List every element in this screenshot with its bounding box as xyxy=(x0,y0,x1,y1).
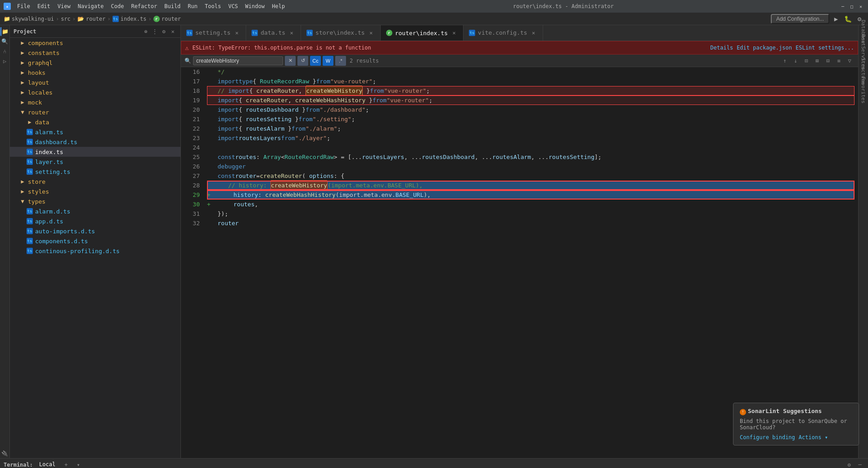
terminal-header: Terminal: Local + ▾ ⚙ ─ xyxy=(0,459,868,468)
folder-icon: ▶ xyxy=(19,188,26,195)
vcs-view-button[interactable]: ⑃ xyxy=(0,47,9,56)
menu-vcs[interactable]: VCS xyxy=(225,2,241,10)
breadcrumb-src[interactable]: src xyxy=(61,16,71,22)
edit-package-json-button[interactable]: Edit package.json xyxy=(737,45,792,51)
actions-button[interactable]: Actions ▾ xyxy=(799,434,828,441)
tree-item-hooks[interactable]: ▶ hooks xyxy=(10,68,180,77)
search-option1-button[interactable]: ⊞ xyxy=(812,56,822,66)
tree-settings-button[interactable]: ⚙ xyxy=(160,27,168,36)
breadcrumb-symbol[interactable]: r router xyxy=(153,16,181,22)
match-case-button[interactable]: Cc xyxy=(310,56,321,66)
tree-item-alarm-ts[interactable]: ts alarm.ts xyxy=(10,127,180,137)
terminal-dropdown[interactable]: ▾ xyxy=(74,461,82,468)
plugins-button[interactable]: 🔌 xyxy=(0,449,9,458)
tree-item-types[interactable]: ▼ types xyxy=(10,196,180,206)
configure-binding-button[interactable]: Configure binding xyxy=(740,434,795,441)
tree-item-alarm-d-ts[interactable]: ts alarm.d.ts xyxy=(10,206,180,216)
tree-item-graphql[interactable]: ▶ graphql xyxy=(10,58,180,68)
tree-item-components[interactable]: ▶ components xyxy=(10,38,180,48)
tab-data-ts[interactable]: ts data.ts ✕ xyxy=(246,25,301,41)
tab-close-vite[interactable]: ✕ xyxy=(530,29,537,36)
tree-item-constants[interactable]: ▶ constants xyxy=(10,48,180,58)
tree-item-continous-profiling[interactable]: ts continous-profiling.d.ts xyxy=(10,246,180,256)
structure-button[interactable]: Structure xyxy=(859,67,868,76)
menu-navigate[interactable]: Navigate xyxy=(75,2,107,10)
tab-router-index-ts[interactable]: r router\index.ts ✕ xyxy=(381,25,463,41)
terminal-close-button[interactable]: ─ xyxy=(855,460,864,468)
tab-close-router[interactable]: ✕ xyxy=(450,29,458,36)
close-button[interactable]: ✕ xyxy=(857,3,864,10)
project-view-button[interactable]: 📁 xyxy=(0,27,9,36)
run-config-button[interactable]: Add Configuration... xyxy=(771,14,829,24)
menu-refactor[interactable]: Refactor xyxy=(128,2,160,10)
tree-item-locales[interactable]: ▶ locales xyxy=(10,87,180,97)
search-prev-button[interactable]: ↑ xyxy=(780,56,790,66)
tree-item-mock[interactable]: ▶ mock xyxy=(10,97,180,107)
menu-code[interactable]: Code xyxy=(108,2,127,10)
search-input[interactable] xyxy=(193,56,283,65)
menu-build[interactable]: Build xyxy=(162,2,183,10)
search-option2-button[interactable]: ⊟ xyxy=(823,56,833,66)
terminal-add-tab[interactable]: + xyxy=(62,461,70,468)
tree-close-button[interactable]: ✕ xyxy=(169,27,177,36)
code-line-27: const router = createRouter( options: { xyxy=(207,171,855,181)
ts-icon: ts xyxy=(112,16,119,22)
prev-result-button[interactable]: ↺ xyxy=(297,56,308,66)
menu-help[interactable]: Help xyxy=(269,2,288,10)
code-area[interactable]: 16 17 18 19 20 21 22 23 24 25 26 27 28 2… xyxy=(181,67,858,458)
search-option3-button[interactable]: ≡ xyxy=(834,56,844,66)
close-search-button[interactable]: ✕ xyxy=(285,56,296,66)
rest-services-button[interactable]: RestServices xyxy=(859,48,868,57)
code-content[interactable]: */ import type { RouteRecordRaw } from "… xyxy=(203,67,858,458)
maximize-button[interactable]: □ xyxy=(848,3,855,10)
favorites-button[interactable]: Favorites xyxy=(859,86,868,95)
tab-close-setting[interactable]: ✕ xyxy=(233,29,240,36)
menu-tools[interactable]: Tools xyxy=(202,2,224,10)
tree-item-router[interactable]: ▼ router xyxy=(10,107,180,117)
tree-collapse-button[interactable]: ⊕ xyxy=(142,27,150,36)
search-filter-button[interactable]: ▽ xyxy=(845,56,855,66)
run-button[interactable]: ▶ xyxy=(831,14,841,24)
tree-item-layout[interactable]: ▶ layout xyxy=(10,77,180,87)
tab-store-index-ts[interactable]: ts store\index.ts ✕ xyxy=(301,25,381,41)
run-view-button[interactable]: ▷ xyxy=(0,57,9,66)
tab-close-data[interactable]: ✕ xyxy=(288,29,295,36)
tree-item-index-ts[interactable]: ts index.ts xyxy=(10,147,180,157)
eslint-settings-button[interactable]: ESLint settings... xyxy=(796,45,854,51)
menu-file[interactable]: File xyxy=(14,2,33,10)
breadcrumb-file[interactable]: ts index.ts xyxy=(112,16,147,22)
tree-item-dashboard-ts[interactable]: ts dashboard.ts xyxy=(10,137,180,147)
menu-view[interactable]: View xyxy=(55,2,73,10)
tab-vite-config[interactable]: ts vite.config.ts ✕ xyxy=(463,25,543,41)
tree-item-setting-ts[interactable]: ts setting.ts xyxy=(10,167,180,177)
menu-window[interactable]: Window xyxy=(243,2,267,10)
breadcrumb-project[interactable]: 📁 skywalking-ui xyxy=(4,16,54,22)
tree-item-auto-imports[interactable]: ts auto-imports.d.ts xyxy=(10,226,180,236)
breadcrumb-router[interactable]: 📂 router xyxy=(77,16,105,22)
tree-sort-button[interactable]: ⋮ xyxy=(151,27,159,36)
tree-item-store[interactable]: ▶ store xyxy=(10,177,180,186)
search-expand-button[interactable]: ⊡ xyxy=(801,56,811,66)
code-line-16: */ xyxy=(207,67,855,77)
menu-edit[interactable]: Edit xyxy=(35,2,53,10)
terminal-tab-local[interactable]: Local xyxy=(36,460,58,468)
terminal-settings-button[interactable]: ⚙ xyxy=(845,460,854,468)
search-results: 2 results xyxy=(350,58,379,64)
tree-item-components-d-ts[interactable]: ts components.d.ts xyxy=(10,236,180,246)
tab-close-store[interactable]: ✕ xyxy=(368,29,375,36)
debug-button[interactable]: 🐛 xyxy=(843,14,853,24)
tab-setting-ts[interactable]: ts setting.ts ✕ xyxy=(181,25,246,41)
minimize-button[interactable]: ─ xyxy=(839,3,846,10)
regex-button[interactable]: .* xyxy=(335,56,346,66)
code-line-31: }); xyxy=(207,209,855,218)
menu-run[interactable]: Run xyxy=(185,2,200,10)
tree-item-layer-ts[interactable]: ts layer.ts xyxy=(10,157,180,167)
search-next-button[interactable]: ↓ xyxy=(791,56,801,66)
search-view-button[interactable]: 🔍 xyxy=(0,37,9,46)
ts-file-icon: ts xyxy=(26,148,33,155)
tree-item-app-d-ts[interactable]: ts app.d.ts xyxy=(10,216,180,226)
whole-word-button[interactable]: W xyxy=(323,56,333,66)
tree-item-styles[interactable]: ▶ styles xyxy=(10,186,180,196)
tree-item-data[interactable]: ▶ data xyxy=(10,117,180,127)
details-button[interactable]: Details xyxy=(711,45,733,51)
